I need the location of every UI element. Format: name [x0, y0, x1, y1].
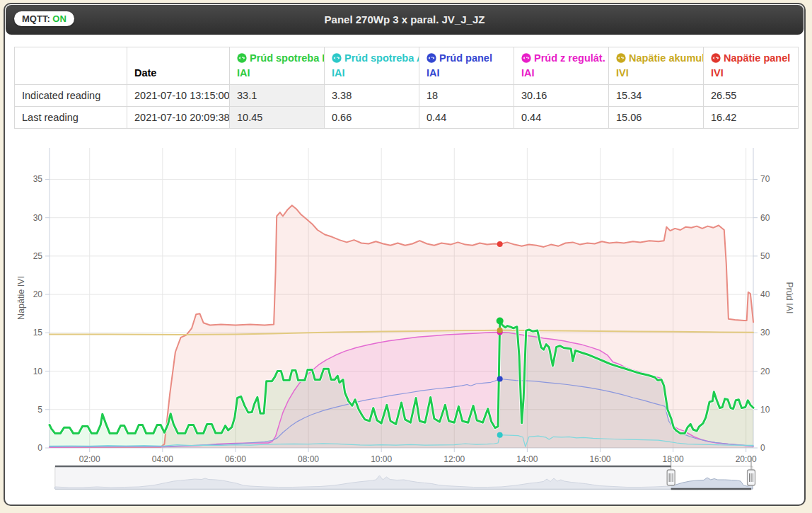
series-header-5[interactable]: Napätie panelIVI [704, 47, 799, 85]
eye-icon [616, 53, 626, 63]
y-right-tick-label: 70 [760, 174, 770, 184]
x-tick-label: 18:00 [663, 454, 684, 464]
x-tick-label: 08:00 [298, 454, 319, 464]
y-right-tick-label: 50 [760, 251, 770, 261]
date-header-cell: Date [127, 47, 230, 85]
row-value: 26.55 [704, 85, 799, 107]
x-tick-label: 02:00 [79, 454, 100, 464]
corner-header-cell [15, 47, 127, 85]
series-header-3[interactable]: Prúd z regulát.IAI [514, 47, 609, 85]
app-header: MQTT: ON Panel 270Wp 3 x paral. JV_J_JZ [6, 5, 804, 35]
eye-icon [711, 53, 721, 63]
readings-table: DatePrúd spotreba DCIAIPrúd spotreba ACI… [14, 47, 799, 129]
row-value: 33.1 [230, 85, 325, 107]
series-unit: IAI [237, 67, 250, 79]
row-value: 0.44 [419, 107, 514, 129]
eye-icon [332, 53, 342, 63]
row-value: 3.38 [325, 85, 419, 107]
y-left-axis-title: Napätie IVI [16, 276, 26, 320]
indicated-marker-napatie-akumul[interactable] [497, 328, 503, 333]
series-unit: IVI [711, 67, 724, 79]
navigator-mask[interactable] [55, 466, 671, 489]
indicated-marker-prud-panel[interactable] [497, 376, 503, 381]
x-tick-label: 14:00 [516, 454, 538, 464]
row-value: 0.66 [325, 107, 419, 129]
y-right-tick-label: 10 [760, 405, 770, 415]
series-unit: IAI [521, 67, 535, 79]
series-header-2[interactable]: Prúd panelIAI [419, 47, 514, 85]
series-name: Napätie akumul. [629, 52, 704, 64]
eye-icon [427, 53, 436, 63]
series-name: Prúd z regulát. [534, 52, 605, 64]
y-left-tick-label: 20 [33, 289, 43, 299]
y-left-tick-label: 30 [33, 213, 43, 223]
row-value: 18 [419, 85, 514, 107]
row-date: 2021-07-10 20:09:38 [127, 107, 230, 129]
y-right-tick-label: 0 [760, 443, 765, 453]
y-left-tick-label: 0 [37, 443, 42, 453]
y-left-tick-label: 15 [33, 328, 43, 338]
row-value: 30.16 [514, 85, 609, 107]
x-tick-label: 16:00 [589, 454, 610, 464]
indicated-marker-napatie-panel[interactable] [497, 241, 503, 247]
y-left-tick-label: 5 [37, 405, 42, 415]
row-label: Indicated reading [15, 85, 127, 107]
x-tick-label: 10:00 [371, 454, 392, 464]
readings-table-body: Indicated reading2021-07-10 13:15:0033.1… [15, 85, 799, 129]
x-tick-label: 06:00 [225, 454, 246, 464]
row-value: 16.42 [704, 107, 799, 129]
chart-svg[interactable]: 0510152025303501020304050607002:0004:000… [14, 139, 801, 505]
row-value: 15.06 [609, 107, 704, 129]
row-label: Last reading [15, 107, 127, 129]
table-row: Last reading2021-07-10 20:09:3810.450.66… [15, 107, 799, 129]
readings-table-head: DatePrúd spotreba DCIAIPrúd spotreba ACI… [15, 47, 799, 85]
y-left-tick-label: 10 [33, 367, 43, 376]
series-header-1[interactable]: Prúd spotreba ACIAI [325, 47, 419, 85]
y-right-tick-label: 20 [760, 367, 770, 376]
table-header-row: DatePrúd spotreba DCIAIPrúd spotreba ACI… [15, 47, 799, 85]
table-row: Indicated reading2021-07-10 13:15:0033.1… [15, 85, 799, 107]
y-right-tick-label: 30 [760, 328, 770, 338]
series-header-0[interactable]: Prúd spotreba DCIAI [230, 47, 325, 85]
page-title: Panel 270Wp 3 x paral. JV_J_JZ [6, 5, 804, 35]
series-unit: IVI [616, 67, 629, 79]
series-unit: IAI [332, 67, 345, 79]
app-container: MQTT: ON Panel 270Wp 3 x paral. JV_J_JZ … [4, 3, 806, 506]
indicated-marker-prud-spotreba-dc[interactable] [497, 318, 504, 325]
y-right-tick-label: 60 [760, 213, 770, 223]
series-unit: IAI [427, 67, 440, 79]
x-tick-label: 20:00 [736, 454, 757, 464]
y-right-axis-title: Prúd IAI [784, 282, 794, 313]
series-name: Prúd panel [439, 52, 492, 64]
series-name: Napätie panel [724, 52, 790, 64]
row-value: 10.45 [230, 107, 325, 129]
series-name: Prúd spotreba AC [344, 52, 419, 64]
page: MQTT: ON Panel 270Wp 3 x paral. JV_J_JZ … [0, 0, 812, 513]
y-left-tick-label: 35 [33, 174, 43, 184]
eye-icon [237, 53, 247, 63]
x-tick-label: 04:00 [152, 454, 173, 464]
y-left-tick-label: 25 [33, 251, 43, 261]
row-date: 2021-07-10 13:15:00 [127, 85, 230, 107]
row-value: 15.34 [609, 85, 704, 107]
x-tick-label: 12:00 [443, 454, 465, 464]
series-header-4[interactable]: Napätie akumul.IVI [609, 47, 704, 85]
chart[interactable]: 0510152025303501020304050607002:0004:000… [14, 139, 801, 505]
indicated-marker-prud-spotreba-ac[interactable] [497, 432, 503, 438]
eye-icon [521, 53, 531, 63]
series-name: Prúd spotreba DC [250, 52, 325, 64]
row-value: 0.44 [514, 107, 609, 129]
y-right-tick-label: 40 [760, 289, 770, 299]
